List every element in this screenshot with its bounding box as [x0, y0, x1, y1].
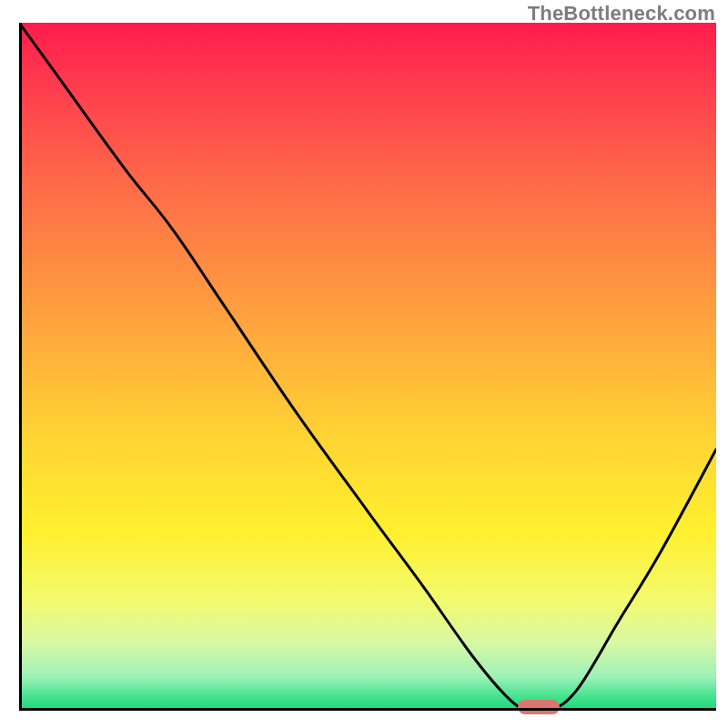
- chart-container: TheBottleneck.com: [0, 0, 728, 728]
- watermark-text: TheBottleneck.com: [528, 2, 715, 25]
- optimal-marker: [518, 700, 560, 714]
- bottleneck-curve: [19, 23, 716, 711]
- plot-area: [19, 23, 716, 711]
